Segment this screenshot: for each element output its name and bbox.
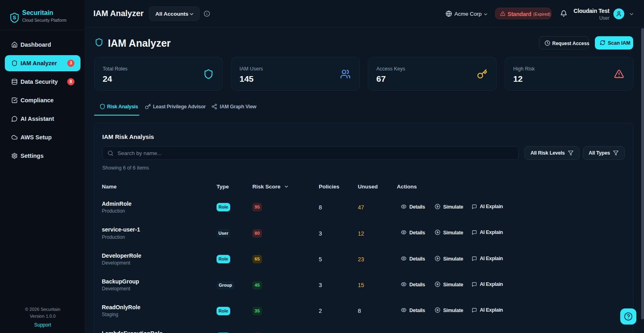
svg-text:S: S bbox=[13, 14, 17, 21]
